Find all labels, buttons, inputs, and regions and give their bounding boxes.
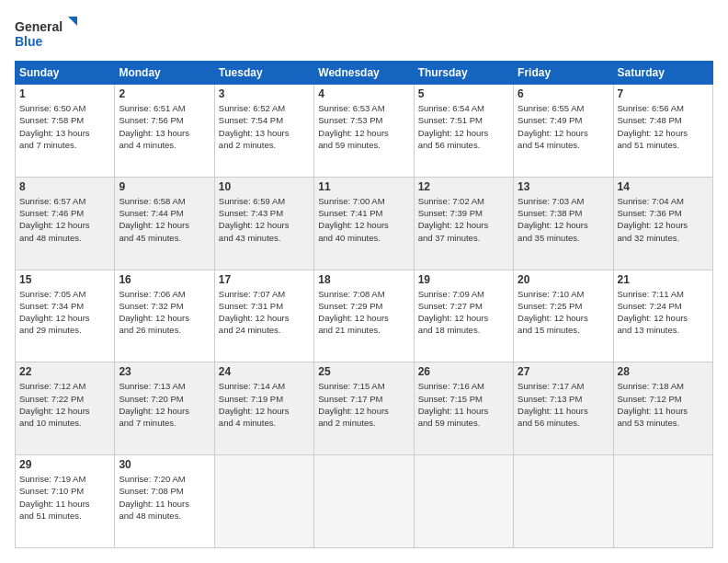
calendar-day-cell: 22Sunrise: 7:12 AM Sunset: 7:22 PM Dayli… [16, 362, 115, 455]
calendar-day-cell: 13Sunrise: 7:03 AM Sunset: 7:38 PM Dayli… [514, 177, 613, 270]
calendar-day-cell: 27Sunrise: 7:17 AM Sunset: 7:13 PM Dayli… [514, 362, 613, 455]
day-info: Sunrise: 6:54 AM Sunset: 7:51 PM Dayligh… [418, 102, 509, 151]
svg-marker-2 [68, 17, 77, 26]
calendar-day-cell: 11Sunrise: 7:00 AM Sunset: 7:41 PM Dayli… [314, 177, 414, 270]
calendar-day-cell: 6Sunrise: 6:55 AM Sunset: 7:49 PM Daylig… [514, 85, 613, 178]
day-number: 7 [618, 87, 709, 100]
day-info: Sunrise: 6:58 AM Sunset: 7:44 PM Dayligh… [119, 195, 210, 244]
day-info: Sunrise: 7:19 AM Sunset: 7:10 PM Dayligh… [19, 473, 110, 522]
calendar-day-header: Saturday [613, 62, 712, 85]
day-info: Sunrise: 7:13 AM Sunset: 7:20 PM Dayligh… [119, 380, 210, 429]
day-info: Sunrise: 7:09 AM Sunset: 7:27 PM Dayligh… [418, 288, 509, 337]
day-info: Sunrise: 6:57 AM Sunset: 7:46 PM Dayligh… [19, 195, 110, 244]
day-info: Sunrise: 7:02 AM Sunset: 7:39 PM Dayligh… [418, 195, 509, 244]
day-number: 2 [119, 87, 210, 100]
calendar-day-cell: 20Sunrise: 7:10 AM Sunset: 7:25 PM Dayli… [514, 270, 613, 362]
calendar-week-row: 29Sunrise: 7:19 AM Sunset: 7:10 PM Dayli… [16, 455, 713, 548]
day-info: Sunrise: 6:50 AM Sunset: 7:58 PM Dayligh… [19, 102, 110, 151]
calendar-day-header: Sunday [16, 62, 115, 85]
calendar-day-cell: 5Sunrise: 6:54 AM Sunset: 7:51 PM Daylig… [414, 85, 513, 178]
day-info: Sunrise: 7:04 AM Sunset: 7:36 PM Dayligh… [618, 195, 709, 244]
day-number: 8 [19, 180, 110, 193]
calendar-day-header: Wednesday [314, 62, 414, 85]
calendar-table: SundayMondayTuesdayWednesdayThursdayFrid… [15, 61, 713, 548]
day-info: Sunrise: 6:59 AM Sunset: 7:43 PM Dayligh… [219, 195, 310, 244]
logo: General Blue [15, 15, 79, 52]
day-number: 25 [318, 365, 409, 378]
calendar-day-cell: 17Sunrise: 7:07 AM Sunset: 7:31 PM Dayli… [214, 270, 313, 362]
day-number: 21 [618, 273, 709, 286]
calendar-day-cell: 21Sunrise: 7:11 AM Sunset: 7:24 PM Dayli… [613, 270, 712, 362]
calendar-day-header: Tuesday [214, 62, 313, 85]
logo-svg: General Blue [15, 15, 79, 52]
calendar-day-cell [314, 455, 414, 548]
calendar-day-cell: 15Sunrise: 7:05 AM Sunset: 7:34 PM Dayli… [16, 270, 115, 362]
calendar-day-cell: 28Sunrise: 7:18 AM Sunset: 7:12 PM Dayli… [613, 362, 712, 455]
day-number: 18 [318, 273, 409, 286]
day-info: Sunrise: 7:03 AM Sunset: 7:38 PM Dayligh… [518, 195, 609, 244]
day-number: 29 [19, 458, 110, 471]
calendar-day-header: Friday [514, 62, 613, 85]
day-number: 26 [418, 365, 509, 378]
day-number: 16 [119, 273, 210, 286]
day-number: 17 [219, 273, 310, 286]
day-number: 30 [119, 458, 210, 471]
day-number: 5 [418, 87, 509, 100]
calendar-week-row: 22Sunrise: 7:12 AM Sunset: 7:22 PM Dayli… [16, 362, 713, 455]
calendar-day-cell: 23Sunrise: 7:13 AM Sunset: 7:20 PM Dayli… [115, 362, 214, 455]
calendar-day-cell: 25Sunrise: 7:15 AM Sunset: 7:17 PM Dayli… [314, 362, 414, 455]
day-number: 12 [418, 180, 509, 193]
day-number: 15 [19, 273, 110, 286]
calendar-day-header: Thursday [414, 62, 513, 85]
calendar-day-cell: 26Sunrise: 7:16 AM Sunset: 7:15 PM Dayli… [414, 362, 513, 455]
svg-text:General: General [15, 19, 63, 34]
day-info: Sunrise: 7:10 AM Sunset: 7:25 PM Dayligh… [518, 288, 609, 337]
day-info: Sunrise: 7:18 AM Sunset: 7:12 PM Dayligh… [618, 380, 709, 429]
day-info: Sunrise: 7:14 AM Sunset: 7:19 PM Dayligh… [219, 380, 310, 429]
day-number: 27 [518, 365, 609, 378]
day-info: Sunrise: 7:00 AM Sunset: 7:41 PM Dayligh… [318, 195, 409, 244]
calendar-day-cell: 24Sunrise: 7:14 AM Sunset: 7:19 PM Dayli… [214, 362, 313, 455]
day-number: 10 [219, 180, 310, 193]
day-number: 20 [518, 273, 609, 286]
day-info: Sunrise: 7:07 AM Sunset: 7:31 PM Dayligh… [219, 288, 310, 337]
calendar-day-cell: 9Sunrise: 6:58 AM Sunset: 7:44 PM Daylig… [115, 177, 214, 270]
day-number: 4 [318, 87, 409, 100]
day-number: 1 [19, 87, 110, 100]
calendar-day-cell: 7Sunrise: 6:56 AM Sunset: 7:48 PM Daylig… [613, 85, 712, 178]
calendar-day-header: Monday [115, 62, 214, 85]
calendar-day-cell [613, 455, 712, 548]
day-number: 22 [19, 365, 110, 378]
day-number: 6 [518, 87, 609, 100]
day-info: Sunrise: 6:56 AM Sunset: 7:48 PM Dayligh… [618, 102, 709, 151]
day-info: Sunrise: 6:55 AM Sunset: 7:49 PM Dayligh… [518, 102, 609, 151]
day-number: 24 [219, 365, 310, 378]
day-number: 11 [318, 180, 409, 193]
calendar-day-cell: 29Sunrise: 7:19 AM Sunset: 7:10 PM Dayli… [16, 455, 115, 548]
page-header: General Blue [15, 15, 713, 52]
calendar-day-cell: 12Sunrise: 7:02 AM Sunset: 7:39 PM Dayli… [414, 177, 513, 270]
calendar-day-cell: 8Sunrise: 6:57 AM Sunset: 7:46 PM Daylig… [16, 177, 115, 270]
day-info: Sunrise: 6:53 AM Sunset: 7:53 PM Dayligh… [318, 102, 409, 151]
day-number: 14 [618, 180, 709, 193]
svg-text:Blue: Blue [15, 34, 43, 49]
day-info: Sunrise: 7:15 AM Sunset: 7:17 PM Dayligh… [318, 380, 409, 429]
calendar-header-row: SundayMondayTuesdayWednesdayThursdayFrid… [16, 62, 713, 85]
day-info: Sunrise: 7:11 AM Sunset: 7:24 PM Dayligh… [618, 288, 709, 337]
calendar-day-cell: 3Sunrise: 6:52 AM Sunset: 7:54 PM Daylig… [214, 85, 313, 178]
calendar-week-row: 15Sunrise: 7:05 AM Sunset: 7:34 PM Dayli… [16, 270, 713, 362]
calendar-day-cell: 10Sunrise: 6:59 AM Sunset: 7:43 PM Dayli… [214, 177, 313, 270]
calendar-day-cell [514, 455, 613, 548]
day-info: Sunrise: 6:51 AM Sunset: 7:56 PM Dayligh… [119, 102, 210, 151]
calendar-day-cell: 19Sunrise: 7:09 AM Sunset: 7:27 PM Dayli… [414, 270, 513, 362]
day-info: Sunrise: 7:20 AM Sunset: 7:08 PM Dayligh… [119, 473, 210, 522]
calendar-day-cell: 1Sunrise: 6:50 AM Sunset: 7:58 PM Daylig… [16, 85, 115, 178]
day-info: Sunrise: 7:12 AM Sunset: 7:22 PM Dayligh… [19, 380, 110, 429]
calendar-day-cell [414, 455, 513, 548]
calendar-day-cell: 16Sunrise: 7:06 AM Sunset: 7:32 PM Dayli… [115, 270, 214, 362]
calendar-day-cell [214, 455, 313, 548]
calendar-week-row: 1Sunrise: 6:50 AM Sunset: 7:58 PM Daylig… [16, 85, 713, 178]
calendar-day-cell: 14Sunrise: 7:04 AM Sunset: 7:36 PM Dayli… [613, 177, 712, 270]
day-info: Sunrise: 7:05 AM Sunset: 7:34 PM Dayligh… [19, 288, 110, 337]
day-info: Sunrise: 6:52 AM Sunset: 7:54 PM Dayligh… [219, 102, 310, 151]
